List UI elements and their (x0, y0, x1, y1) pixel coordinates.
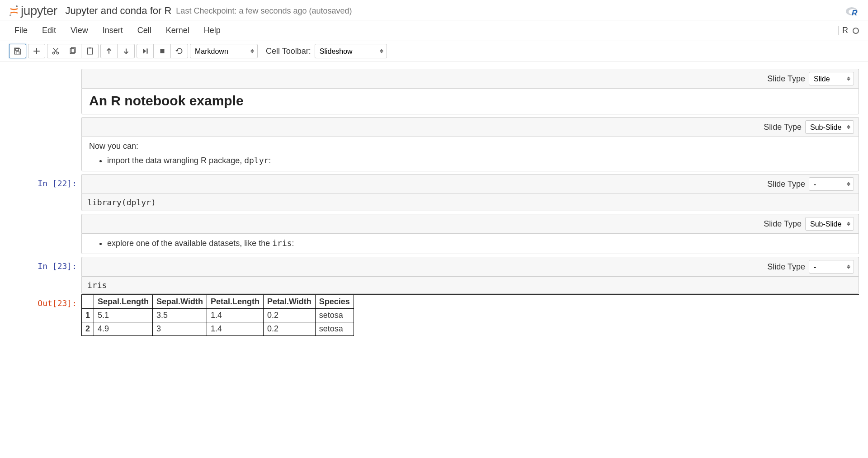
save-icon (14, 47, 22, 55)
notebook-name[interactable]: Jupyter and conda for R (66, 5, 172, 17)
logo-text: jupyter (21, 4, 57, 18)
step-forward-icon (141, 47, 149, 55)
copy-button[interactable] (64, 44, 81, 58)
slide-type-label: Slide Type (767, 74, 805, 84)
notebook-heading: An R notebook example (89, 93, 851, 109)
notebook-container: Slide Type Slide An R notebook example S… (0, 61, 868, 336)
table-cell: setosa (315, 322, 354, 336)
slide-toolbar: Slide Type - (81, 257, 859, 276)
menu-help[interactable]: Help (197, 23, 228, 38)
cell-markdown-heading[interactable]: Slide Type Slide An R notebook example (23, 69, 859, 114)
list-item: import the data wrangling R package, dpl… (107, 156, 851, 165)
slide-type-label: Slide Type (764, 123, 802, 132)
svg-point-6 (57, 52, 59, 54)
refresh-icon (175, 47, 184, 55)
slide-toolbar: Slide Type Slide (81, 69, 859, 88)
table-header: Species (315, 295, 354, 309)
menu-kernel[interactable]: Kernel (159, 23, 197, 38)
cell-markdown-iris[interactable]: Slide Type Sub-Slide explore one of the … (23, 214, 859, 254)
scissors-icon (52, 47, 60, 55)
table-cell: 1 (82, 309, 94, 322)
table-cell: 3.5 (153, 309, 207, 322)
table-header: Petal.Width (263, 295, 315, 309)
interrupt-button[interactable] (154, 44, 171, 58)
svg-point-1 (9, 14, 11, 16)
table-cell: 0.2 (263, 309, 315, 322)
output-prompt: Out[23]: (23, 294, 81, 336)
code-input[interactable]: iris (81, 276, 859, 294)
cut-button[interactable] (47, 44, 64, 58)
table-cell: 1.4 (207, 309, 263, 322)
table-cell: 5.1 (94, 309, 153, 322)
plus-icon (33, 47, 41, 55)
table-cell: 2 (82, 322, 94, 336)
svg-point-0 (16, 5, 18, 7)
paste-icon (86, 47, 94, 55)
cell-code-iris[interactable]: In [23]: Slide Type - iris (23, 257, 859, 294)
slide-type-select[interactable]: Slide (809, 72, 854, 85)
slide-toolbar: Slide Type - (81, 174, 859, 194)
jupyter-icon (9, 5, 19, 17)
table-header: Sepal.Length (94, 295, 153, 309)
r-logo-icon: R (845, 5, 859, 16)
input-prompt: In [23]: (23, 257, 81, 294)
stop-icon (158, 47, 166, 55)
kernel-indicator: R (842, 26, 848, 35)
cell-output-iris: Out[23]: Sepal.LengthSepal.WidthPetal.Le… (23, 294, 859, 336)
cell-toolbar-label: Cell Toolbar: (266, 47, 311, 56)
table-header (82, 295, 94, 309)
table-cell: setosa (315, 309, 354, 322)
input-prompt: In [22]: (23, 174, 81, 211)
cell-markdown-intro[interactable]: Slide Type Sub-Slide Now you can: import… (23, 117, 859, 171)
cell-code-library[interactable]: In [22]: Slide Type - library(dplyr) (23, 174, 859, 211)
slide-type-select[interactable]: - (809, 260, 854, 274)
svg-text:R: R (852, 9, 858, 16)
toolbar: Markdown Cell Toolbar: Slideshow (0, 41, 868, 61)
menu-view[interactable]: View (63, 23, 95, 38)
table-row: 24.931.40.2setosa (82, 322, 354, 336)
slide-toolbar: Slide Type Sub-Slide (81, 214, 859, 233)
restart-button[interactable] (171, 44, 188, 58)
table-cell: 4.9 (94, 322, 153, 336)
menu-file[interactable]: File (9, 23, 35, 38)
slide-type-label: Slide Type (764, 219, 802, 229)
svg-rect-11 (146, 48, 147, 53)
menu-edit[interactable]: Edit (35, 23, 63, 38)
table-cell: 0.2 (263, 322, 315, 336)
code-input[interactable]: library(dplyr) (81, 194, 859, 211)
markdown-text: Now you can: (89, 142, 851, 151)
list-item: explore one of the available datasets, l… (107, 238, 851, 248)
output-table: Sepal.LengthSepal.WidthPetal.LengthPetal… (81, 295, 354, 336)
slide-type-label: Slide Type (767, 262, 805, 272)
table-header: Sepal.Width (153, 295, 207, 309)
table-cell: 1.4 (207, 322, 263, 336)
jupyter-logo[interactable]: jupyter (9, 4, 57, 18)
cell-type-select[interactable]: Markdown (190, 44, 258, 58)
svg-rect-12 (160, 49, 164, 53)
slide-toolbar: Slide Type Sub-Slide (81, 117, 859, 137)
move-down-button[interactable] (118, 44, 135, 58)
table-cell: 3 (153, 322, 207, 336)
arrow-down-icon (122, 47, 130, 55)
svg-point-5 (52, 52, 55, 54)
menu-cell[interactable]: Cell (130, 23, 159, 38)
header: jupyter Jupyter and conda for R Last Che… (0, 0, 868, 20)
kernel-idle-icon (853, 28, 859, 34)
save-button[interactable] (9, 44, 26, 58)
arrow-up-icon (105, 47, 113, 55)
slide-type-select[interactable]: - (809, 177, 854, 191)
slide-type-select[interactable]: Sub-Slide (805, 120, 854, 134)
menu-insert[interactable]: Insert (95, 23, 130, 38)
svg-rect-10 (89, 47, 91, 48)
checkpoint-status: Last Checkpoint: a few seconds ago (auto… (176, 6, 352, 16)
paste-button[interactable] (81, 44, 99, 58)
add-cell-button[interactable] (28, 44, 45, 58)
run-button[interactable] (137, 44, 154, 58)
svg-rect-9 (87, 48, 92, 54)
move-up-button[interactable] (100, 44, 118, 58)
slide-type-label: Slide Type (767, 179, 805, 189)
copy-icon (69, 47, 77, 55)
slide-type-select[interactable]: Sub-Slide (805, 217, 854, 231)
cell-toolbar-select[interactable]: Slideshow (315, 44, 387, 58)
table-header: Petal.Length (207, 295, 263, 309)
